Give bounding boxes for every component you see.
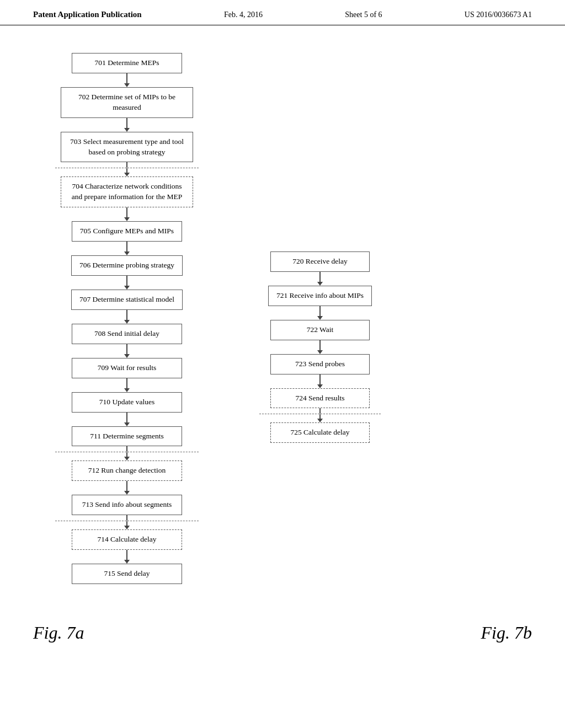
dashed-sep-711-712 bbox=[55, 446, 199, 461]
box-715: 715 Send delay bbox=[72, 564, 182, 584]
box-706: 706 Determine probing strategy bbox=[71, 255, 183, 276]
arrow-720-721 bbox=[317, 272, 323, 286]
box-704: 704 Characterize network conditions and … bbox=[61, 176, 193, 207]
page-header: Patent Application Publication Feb. 4, 2… bbox=[0, 0, 565, 25]
fig7a-column: 701 Determine MEPs 702 Determine set of … bbox=[33, 53, 221, 584]
patent-number: US 2016/0036673 A1 bbox=[465, 10, 532, 19]
publication-date: Feb. 4, 2016 bbox=[224, 10, 263, 19]
arrow-710-711 bbox=[124, 413, 130, 426]
arrow-702-703 bbox=[124, 118, 130, 132]
box-723: 723 Send probes bbox=[270, 354, 370, 374]
arrow-708-709 bbox=[124, 344, 130, 358]
arrow-712-713 bbox=[124, 481, 130, 495]
arrow-722-723 bbox=[317, 340, 323, 354]
box-714: 714 Calculate delay bbox=[72, 529, 182, 550]
figures-row: Fig. 7a Fig. 7b bbox=[0, 617, 565, 660]
box-711: 711 Determine segments bbox=[72, 426, 182, 447]
box-708: 708 Send initial delay bbox=[72, 324, 182, 344]
box-701: 701 Determine MEPs bbox=[72, 53, 182, 73]
box-712: 712 Run change detection bbox=[72, 461, 182, 481]
sheet-info: Sheet 5 of 6 bbox=[345, 10, 382, 19]
dashed-sep-724-725 bbox=[259, 408, 381, 422]
box-705: 705 Configure MEPs and MIPs bbox=[72, 221, 182, 242]
arrow-714-715 bbox=[124, 550, 130, 564]
arrow-704-705 bbox=[124, 207, 130, 221]
box-722: 722 Wait bbox=[270, 320, 370, 340]
box-724: 724 Send results bbox=[270, 388, 370, 409]
arrow-707-708 bbox=[124, 310, 130, 324]
box-725: 725 Calculate delay bbox=[270, 422, 370, 443]
box-709: 709 Wait for results bbox=[72, 358, 182, 378]
box-713: 713 Send info about segments bbox=[72, 495, 182, 515]
box-702: 702 Determine set of MIPs to be measured bbox=[61, 87, 193, 118]
arrow-721-722 bbox=[317, 306, 323, 320]
box-720: 720 Receive delay bbox=[270, 251, 370, 272]
arrow-723-724 bbox=[317, 374, 323, 388]
dashed-sep-713-714 bbox=[55, 515, 199, 529]
publication-label: Patent Application Publication bbox=[33, 10, 142, 19]
fig7b-label: Fig. 7b bbox=[481, 623, 532, 643]
box-703: 703 Select measurement type and tool bas… bbox=[61, 132, 193, 163]
arrow-705-706 bbox=[124, 242, 130, 255]
fig7b-column: 720 Receive delay 721 Receive info about… bbox=[243, 53, 397, 584]
box-707: 707 Determine statistical model bbox=[71, 290, 183, 310]
arrow-701-702 bbox=[124, 73, 130, 87]
arrow-706-707 bbox=[124, 276, 130, 290]
main-content: 701 Determine MEPs 702 Determine set of … bbox=[0, 25, 565, 606]
dashed-sep-703-704 bbox=[55, 162, 199, 176]
arrow-709-710 bbox=[124, 378, 130, 392]
fig7a-label: Fig. 7a bbox=[33, 623, 84, 643]
box-710: 710 Update values bbox=[72, 392, 182, 413]
box-721: 721 Receive info about MIPs bbox=[268, 286, 372, 306]
